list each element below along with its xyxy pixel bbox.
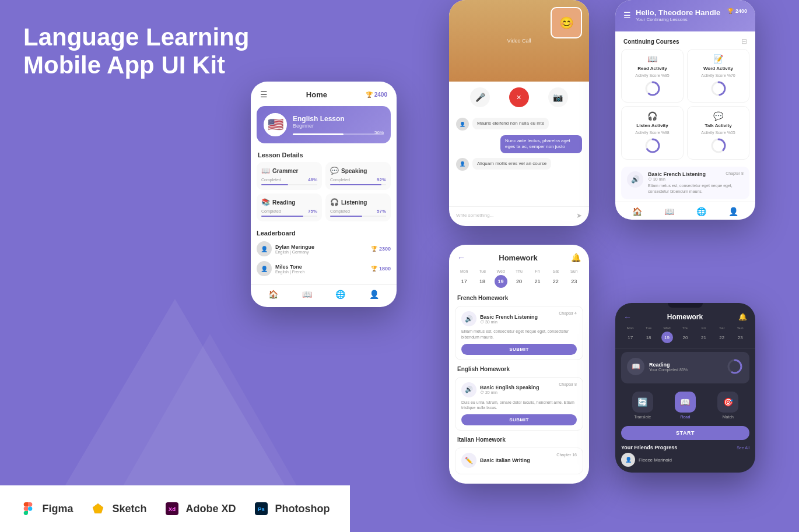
ps-item[interactable]: Ps Photoshop bbox=[253, 501, 330, 517]
ps-icon: Ps bbox=[253, 501, 269, 517]
read-icon: 📖 bbox=[647, 54, 657, 64]
back-button[interactable]: ← bbox=[457, 253, 465, 262]
phone-home-header: ☰ Home 🏆 2400 bbox=[251, 82, 397, 104]
avatar-1: 👤 bbox=[257, 241, 272, 256]
chat-bubble-3: Aliquam mollis eres vel an course bbox=[472, 158, 551, 170]
hero-section: Language Learning Mobile App UI Kit bbox=[23, 23, 249, 80]
end-call-button[interactable]: ✕ bbox=[509, 87, 529, 107]
figma-item[interactable]: Figma bbox=[20, 501, 73, 517]
p4-nav-user[interactable]: 👤 bbox=[728, 207, 738, 216]
friend-name: Fleece Marinold bbox=[639, 457, 672, 463]
mute-button[interactable]: 🎤 bbox=[470, 87, 490, 107]
xd-item[interactable]: Xd Adobe XD bbox=[164, 501, 236, 517]
ps-label: Photoshop bbox=[275, 503, 330, 515]
p4-nav-home[interactable]: 🏠 bbox=[632, 207, 642, 216]
lesson-info: English Lesson Beginner bbox=[293, 115, 384, 135]
fl-info: Basic French Listening Chapter 8 ⏱ 30 mi… bbox=[648, 171, 744, 195]
continuing-courses-header: Continuing Courses ⊟ bbox=[615, 31, 755, 49]
send-icon[interactable]: ➤ bbox=[576, 212, 582, 220]
talk-activity[interactable]: 💬 Talk Activity Activity Score %55 bbox=[687, 106, 749, 160]
hamburger-icon[interactable]: ☰ bbox=[260, 90, 268, 99]
nav-globe-icon[interactable]: 🌐 bbox=[335, 290, 345, 299]
nav-book-icon[interactable]: 📖 bbox=[302, 290, 312, 299]
phone-homework: ← Homework 🔔 Mon17 Tue18 Wed19 Thu20 Fri… bbox=[449, 245, 589, 484]
lesson-banner[interactable]: 🇺🇸 English Lesson Beginner 56% bbox=[257, 106, 391, 143]
courses-menu-icon[interactable]: ☰ bbox=[623, 10, 631, 20]
chat-input-row: Write something... ➤ bbox=[449, 206, 589, 226]
cal-wed[interactable]: Wed19 bbox=[495, 269, 507, 288]
read-action[interactable]: 📖 Read bbox=[675, 392, 696, 419]
match-action[interactable]: 🎯 Match bbox=[717, 392, 738, 419]
chat-message-1: 👤 Mauris eleifend non nulla eu inte bbox=[456, 118, 582, 131]
phone-dark-homework: ← Homework 🔔 Mon17 Tue18 Wed19 Thu20 Fri… bbox=[615, 303, 755, 473]
trophy-score: 🏆 2400 bbox=[366, 91, 387, 98]
listen-activity[interactable]: 🎧 Listen Activity Activity Score %98 bbox=[621, 106, 684, 160]
talk-donut bbox=[710, 137, 727, 154]
grammar-card[interactable]: 📖Grammer Completed48% bbox=[257, 162, 322, 190]
nav-user-icon[interactable]: 👤 bbox=[369, 290, 379, 299]
sender-avatar-1: 👤 bbox=[456, 118, 469, 131]
reading-card[interactable]: 📚Reading Completed75% bbox=[257, 193, 322, 221]
call-controls: 🎤 ✕ 📷 bbox=[449, 82, 589, 113]
listen-donut bbox=[644, 137, 661, 154]
listen-icon: 🎧 bbox=[647, 111, 657, 121]
lesson-details-title: Lesson Details bbox=[251, 149, 397, 162]
hw-card-icon-2: 🔊 bbox=[461, 382, 476, 397]
phone-video: Video Call 😊 🎤 ✕ 📷 👤 Mauris eleifend non… bbox=[449, 0, 589, 226]
hw-card-time-2: ⏱ 20 min bbox=[480, 390, 539, 394]
p5-sun: Sun23 bbox=[734, 326, 746, 343]
filter-icon[interactable]: ⊟ bbox=[741, 37, 747, 45]
speaking-card[interactable]: 💬Speaking Completed92% bbox=[325, 162, 391, 190]
dark-reading-card[interactable]: 📖 Reading Your Completed 85% bbox=[621, 352, 749, 383]
featured-lesson[interactable]: 🔊 Basic French Listening Chapter 8 ⏱ 30 … bbox=[621, 167, 749, 199]
read-activity[interactable]: 📖 Read Activity Activity Score %95 bbox=[621, 49, 684, 103]
dark-back-btn[interactable]: ← bbox=[623, 312, 632, 322]
see-all-link[interactable]: See All bbox=[737, 446, 749, 450]
read-donut bbox=[644, 80, 661, 97]
french-hw-card[interactable]: 🔊 Basic French Listening ⏱ 30 min Chapte… bbox=[455, 306, 583, 360]
user-greeting: Hello, Theodore Handle bbox=[636, 8, 720, 17]
word-icon: 📝 bbox=[713, 54, 723, 64]
tools-bar: Figma Sketch Xd Adobe XD Ps Photoshop bbox=[0, 485, 350, 532]
greeting-section: Hello, Theodore Handle Your Continuing L… bbox=[636, 8, 720, 22]
word-donut bbox=[710, 80, 727, 97]
phone-home: ☰ Home 🏆 2400 🇺🇸 English Lesson Beginner… bbox=[251, 82, 397, 307]
listening-card[interactable]: 🎧Listening Completed57% bbox=[325, 193, 391, 221]
submit-button-2[interactable]: SUBMIT bbox=[461, 414, 577, 425]
leaderboard-item-1[interactable]: 👤 Dylan Meringue English | Germany 🏆 230… bbox=[257, 239, 391, 259]
p4-nav-globe[interactable]: 🌐 bbox=[696, 207, 706, 216]
italian-hw-card[interactable]: ✏️ Basic Italian Writing Chapter 16 bbox=[455, 448, 583, 474]
p4-nav-book[interactable]: 📖 bbox=[664, 207, 674, 216]
hw-card-time-1: ⏱ 30 min bbox=[480, 320, 538, 324]
english-hw-title: English Homework bbox=[449, 362, 589, 375]
phone-notch bbox=[668, 303, 703, 308]
hw-card-icon-3: ✏️ bbox=[461, 453, 476, 468]
friend-avatar: 👤 bbox=[621, 453, 635, 467]
video-area: Video Call 😊 bbox=[449, 0, 589, 82]
hw-card-chapter-2: Chapter 8 bbox=[559, 382, 577, 386]
sketch-label: Sketch bbox=[112, 503, 146, 515]
chat-input[interactable]: Write something... bbox=[456, 210, 573, 220]
friend-item[interactable]: 👤 Fleece Marinold bbox=[621, 453, 749, 467]
action-row: 🔄 Translate 📖 Read 🎯 Match bbox=[615, 387, 755, 424]
hw-card-title-1: Basic French Listening bbox=[480, 314, 538, 320]
nav-home-icon[interactable]: 🏠 bbox=[268, 290, 278, 299]
italian-hw-title: Italian Homework bbox=[449, 433, 589, 445]
sketch-icon bbox=[90, 501, 106, 517]
sketch-item[interactable]: Sketch bbox=[90, 501, 146, 517]
dark-bell-icon[interactable]: 🔔 bbox=[738, 313, 747, 321]
submit-button-1[interactable]: SUBMIT bbox=[461, 344, 577, 355]
word-activity[interactable]: 📝 Word Activity Activity Score %70 bbox=[687, 49, 749, 103]
fl-icon: 🔊 bbox=[627, 171, 643, 188]
courses-header: ☰ Hello, Theodore Handle Your Continuing… bbox=[615, 0, 755, 31]
notification-bell[interactable]: 🔔 bbox=[571, 253, 581, 262]
english-hw-card[interactable]: 🔊 Basic English Speaking ⏱ 20 min Chapte… bbox=[455, 377, 583, 431]
translate-action[interactable]: 🔄 Translate bbox=[632, 392, 653, 419]
camera-button[interactable]: 📷 bbox=[548, 87, 568, 107]
leaderboard-item-2[interactable]: 👤 Miles Tone English | French 🏆 1800 bbox=[257, 259, 391, 279]
start-button[interactable]: START bbox=[621, 426, 749, 440]
chat-area: 👤 Mauris eleifend non nulla eu inte Nunc… bbox=[449, 113, 589, 206]
p5-wed[interactable]: Wed19 bbox=[661, 326, 673, 343]
phone-nav: 🏠 📖 🌐 👤 bbox=[251, 284, 397, 301]
p5-sat: Sat22 bbox=[716, 326, 728, 343]
